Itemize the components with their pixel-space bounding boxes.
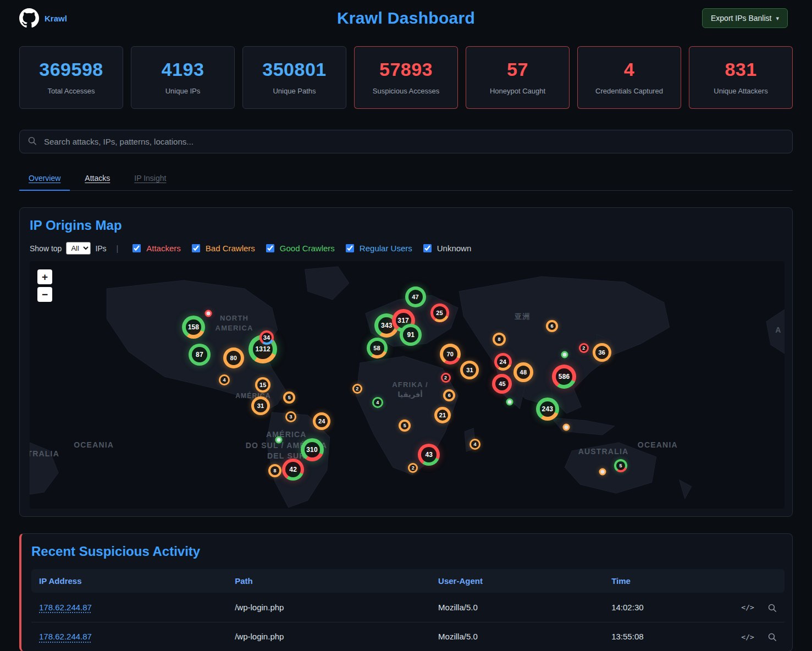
- legend-label: Good Crawlers: [280, 244, 335, 253]
- map-marker[interactable]: 310: [301, 438, 324, 461]
- code-icon[interactable]: </>: [741, 633, 754, 641]
- suspicious-activity-table: IP AddressPathUser-AgentTime 178.62.244.…: [31, 569, 785, 651]
- map-marker[interactable]: 36: [593, 343, 611, 362]
- map-marker-count: 87: [192, 347, 207, 362]
- map-marker[interactable]: [506, 399, 513, 406]
- legend-checkbox[interactable]: [346, 244, 354, 252]
- map-marker[interactable]: 91: [400, 324, 422, 346]
- map-marker-count: 70: [443, 347, 457, 361]
- stats-row: 369598 Total Accesses 4193 Unique IPs 35…: [0, 32, 812, 109]
- map-marker-count: 15: [257, 379, 268, 390]
- map-marker-count: [565, 425, 568, 429]
- ip-address-link[interactable]: 178.62.244.87: [39, 603, 92, 612]
- map-marker[interactable]: 3: [285, 411, 296, 422]
- legend-checkbox[interactable]: [192, 244, 200, 252]
- map-marker[interactable]: 87: [189, 344, 211, 366]
- export-banlist-button[interactable]: Export IPs Banlist ▾: [702, 8, 788, 28]
- map-marker-count: 25: [433, 306, 446, 319]
- map-marker[interactable]: 586: [552, 365, 576, 389]
- map-marker[interactable]: 243: [536, 398, 559, 421]
- row-search-icon[interactable]: [767, 632, 777, 641]
- map-marker[interactable]: 42: [282, 459, 304, 481]
- map-marker[interactable]: 24: [313, 412, 330, 430]
- map-marker[interactable]: 43: [418, 444, 440, 466]
- legend-checkbox[interactable]: [423, 244, 432, 252]
- map-marker[interactable]: 31: [460, 361, 479, 379]
- map-marker[interactable]: [599, 468, 606, 475]
- page-title: Krawl Dashboard: [337, 9, 475, 27]
- map-region-label: OCEANIA: [74, 440, 114, 451]
- map-marker-count: 31: [463, 363, 476, 377]
- map-marker[interactable]: 21: [434, 407, 451, 423]
- map-marker[interactable]: 4: [372, 397, 383, 408]
- ip-address-link[interactable]: 178.62.244.87: [39, 632, 92, 641]
- map-marker-count: [601, 470, 605, 473]
- map-marker-count: 4: [374, 399, 382, 406]
- map-controls: Show top All IPs | Attackers Bad Crawler…: [30, 242, 785, 255]
- tab-overview[interactable]: Overview: [19, 168, 70, 191]
- map-marker[interactable]: 80: [223, 347, 244, 368]
- stat-value: 831: [693, 59, 789, 80]
- brand-name: Krawl: [45, 14, 67, 23]
- column-header-time: Time: [604, 569, 732, 593]
- map-marker[interactable]: 24: [494, 353, 512, 371]
- map-marker[interactable]: 4: [469, 439, 480, 450]
- tab-attacks[interactable]: Attacks: [75, 168, 119, 190]
- map-marker[interactable]: 2: [441, 373, 451, 383]
- legend-item: Good Crawlers: [264, 242, 335, 254]
- show-top-label: Show top: [30, 244, 62, 253]
- map-marker[interactable]: 5: [399, 420, 411, 432]
- code-icon[interactable]: </>: [741, 603, 754, 611]
- tabs-row: OverviewAttacksIP Insight: [19, 168, 793, 191]
- map-marker[interactable]: 15: [255, 377, 270, 393]
- map-marker[interactable]: [205, 310, 212, 317]
- user-agent-cell: Mozilla/5.0: [430, 593, 604, 622]
- map-marker[interactable]: [275, 436, 283, 443]
- map-marker[interactable]: 6: [546, 320, 558, 332]
- map-marker-count: 243: [540, 401, 555, 417]
- map-marker[interactable]: 5: [283, 391, 295, 404]
- map-marker[interactable]: 31: [251, 396, 270, 415]
- map-marker-count: 24: [316, 415, 328, 427]
- world-map[interactable]: + − NORTH AMERICA亚洲AFRIKA / أفريقياAMÉRI…: [30, 261, 785, 509]
- stat-card: 4193 Unique IPs: [131, 46, 235, 109]
- map-marker[interactable]: [563, 423, 570, 431]
- stat-label: Credentials Captured: [581, 87, 677, 95]
- zoom-in-button[interactable]: +: [37, 269, 52, 284]
- map-marker[interactable]: 34: [259, 330, 274, 345]
- map-marker[interactable]: 45: [492, 374, 512, 394]
- stat-card: 831 Unique Attackers: [689, 46, 793, 109]
- map-marker[interactable]: 70: [440, 344, 461, 365]
- map-marker[interactable]: 6: [443, 389, 455, 401]
- map-marker[interactable]: 5: [614, 459, 627, 472]
- time-cell: 13:55:08: [604, 622, 732, 651]
- map-marker[interactable]: 158: [182, 316, 205, 339]
- map-marker[interactable]: 48: [513, 362, 533, 382]
- map-marker[interactable]: 4: [219, 374, 230, 385]
- map-marker-count: 24: [497, 356, 509, 368]
- legend-checkbox[interactable]: [132, 244, 141, 252]
- map-marker-count: 2: [410, 465, 416, 471]
- row-search-icon[interactable]: [767, 602, 777, 611]
- stat-card: 57 Honeypot Caught: [466, 46, 570, 109]
- map-marker[interactable]: 8: [493, 333, 506, 346]
- legend-item: Regular Users: [344, 242, 412, 254]
- legend-row: Attackers Bad Crawlers Good Crawlers Reg…: [121, 242, 471, 254]
- legend-checkbox[interactable]: [266, 244, 274, 252]
- zoom-out-button[interactable]: −: [37, 287, 52, 302]
- brand-logo[interactable]: Krawl: [19, 8, 67, 28]
- map-marker[interactable]: 58: [367, 338, 388, 358]
- map-marker[interactable]: 2: [352, 384, 362, 394]
- map-marker[interactable]: [561, 351, 568, 358]
- tab-ip-insight[interactable]: IP Insight: [125, 168, 175, 190]
- caret-down-icon: ▾: [776, 15, 779, 22]
- map-marker-count: 48: [517, 366, 530, 379]
- show-top-select[interactable]: All: [66, 242, 91, 255]
- map-marker-count: 91: [403, 327, 418, 343]
- map-marker[interactable]: 8: [268, 464, 281, 477]
- map-marker[interactable]: 47: [405, 286, 426, 307]
- search-input[interactable]: [19, 130, 793, 153]
- map-marker[interactable]: 2: [408, 463, 418, 473]
- map-marker[interactable]: 25: [430, 304, 449, 322]
- map-marker[interactable]: 2: [579, 343, 589, 353]
